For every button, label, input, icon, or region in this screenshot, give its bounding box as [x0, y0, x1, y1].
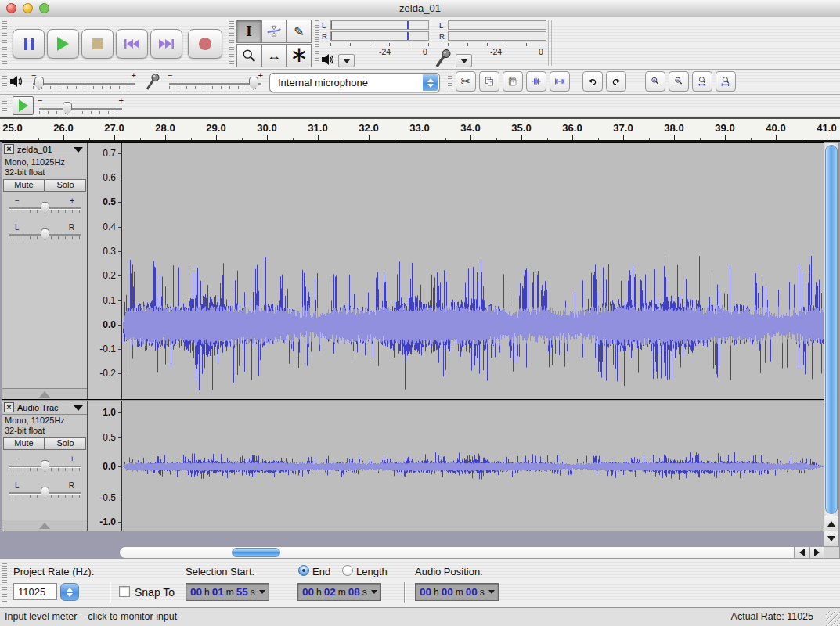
gain-slider[interactable]: − + — [9, 200, 81, 220]
scroll-up-button[interactable] — [824, 516, 838, 531]
playback-meter-dropdown[interactable] — [338, 54, 355, 67]
pan-slider[interactable]: L R — [9, 226, 81, 246]
silence-icon — [555, 75, 564, 88]
selection-start-field[interactable]: 00h01m55s — [186, 583, 269, 601]
vertical-ruler-label: -1.0 — [99, 516, 116, 527]
vertical-scrollbar[interactable] — [824, 142, 839, 545]
vertical-ruler-label: -0.5 — [99, 492, 116, 503]
recording-meter-dropdown[interactable] — [456, 54, 472, 67]
horizontal-scrollbar[interactable] — [119, 546, 795, 559]
timeline-ruler[interactable]: 25.026.027.028.029.030.031.032.033.034.0… — [0, 119, 840, 142]
length-radio[interactable] — [342, 565, 353, 576]
vertical-ruler-label: 0.1 — [103, 295, 116, 306]
rewind-icon — [124, 38, 139, 49]
fit-selection-button[interactable] — [692, 71, 712, 92]
audio-position-field[interactable]: 00h00m00s — [415, 583, 499, 601]
trim-outside-selection-button[interactable] — [526, 71, 546, 92]
cut-button[interactable]: ✂ — [456, 71, 476, 92]
vertical-ruler[interactable]: 0.70.60.50.40.30.20.10.0-0.1-0.2 — [88, 143, 122, 399]
selection-end-field[interactable]: 00h02m08s — [297, 583, 381, 601]
stop-button[interactable] — [81, 29, 114, 59]
zoom-in-button[interactable] — [645, 71, 665, 92]
track-close-button[interactable]: × — [4, 144, 14, 154]
window-titlebar: zelda_01 — [0, 0, 840, 18]
copy-button[interactable] — [479, 71, 499, 92]
resize-grip[interactable] — [826, 611, 840, 626]
recording-meter-left-label: L — [439, 21, 443, 30]
track-menu-arrow-icon[interactable] — [74, 147, 83, 153]
play-button[interactable] — [47, 29, 79, 59]
input-source-stepper[interactable] — [423, 74, 438, 91]
input-volume-slider[interactable]: − + — [169, 76, 261, 92]
vertical-ruler-label: 0.0 — [103, 461, 116, 472]
gain-minus: − — [15, 455, 20, 463]
recording-meter[interactable]: L R -24 0 — [432, 19, 550, 69]
selection-tool-button[interactable]: I — [236, 20, 261, 43]
zoom-tool-button[interactable] — [236, 44, 261, 67]
waveform-canvas[interactable] — [122, 143, 824, 399]
mute-button[interactable]: Mute — [3, 437, 45, 450]
track-collapse-button[interactable] — [2, 388, 87, 399]
speaker-icon — [321, 53, 335, 66]
input-mic-icon — [144, 73, 161, 92]
track-menu-arrow-icon[interactable] — [74, 405, 83, 411]
playback-volume-slider[interactable]: − + — [33, 76, 135, 92]
solo-button[interactable]: Solo — [45, 437, 86, 450]
track-zelda01[interactable]: × zelda_01 Mono, 11025Hz 32-bit float Mu… — [2, 142, 824, 400]
project-rate-field[interactable]: 11025 — [13, 583, 57, 600]
track-audio-track[interactable]: × Audio Trac Mono, 11025Hz 32-bit float … — [2, 401, 824, 531]
track-title[interactable]: zelda_01 — [17, 145, 52, 154]
gain-slider[interactable]: − + — [9, 458, 81, 478]
mixer-toolbar-grip[interactable] — [2, 74, 7, 90]
mute-button[interactable]: Mute — [3, 179, 45, 192]
forward-button[interactable] — [150, 29, 182, 59]
track-collapse-button[interactable] — [2, 520, 87, 531]
track-close-button[interactable]: × — [4, 402, 14, 412]
pan-slider[interactable]: L R — [9, 484, 81, 505]
track-title[interactable]: Audio Trac — [17, 403, 59, 412]
undo-icon — [588, 75, 597, 88]
audio-position-label: Audio Position: — [415, 566, 483, 577]
playback-speed-slider[interactable]: − + — [39, 101, 122, 117]
undo-button[interactable] — [582, 71, 603, 92]
status-bar: Input level meter – click to monitor inp… — [0, 607, 840, 626]
envelope-tool-button[interactable] — [261, 20, 287, 43]
end-radio[interactable] — [298, 565, 309, 576]
meter-toolbar-grip[interactable] — [315, 20, 319, 63]
input-source-select[interactable]: Internal microphone — [269, 73, 440, 92]
zoom-out-button[interactable] — [669, 71, 689, 92]
scroll-left-button[interactable] — [795, 546, 809, 559]
record-button[interactable] — [188, 29, 222, 59]
paste-icon — [508, 74, 517, 88]
scroll-right-button[interactable] — [809, 546, 824, 559]
vertical-scrollbar-thumb[interactable] — [825, 145, 838, 514]
scroll-down-button[interactable] — [824, 531, 838, 546]
playback-meter[interactable]: L R -24 0 — [315, 19, 432, 69]
rewind-button[interactable] — [116, 29, 148, 59]
timeshift-tool-button[interactable]: ↔ — [261, 44, 287, 67]
selection-toolbar-grip[interactable] — [2, 563, 7, 603]
vertical-ruler[interactable]: 1.00.50.0-0.5-1.0 — [88, 401, 122, 531]
multi-tool-button[interactable]: ∗ — [287, 44, 312, 67]
recording-meter-right-bar — [448, 31, 546, 41]
play-at-speed-button[interactable] — [13, 96, 34, 115]
fit-project-button[interactable] — [716, 71, 736, 92]
playback-volume-plus: + — [132, 70, 136, 80]
paste-button[interactable] — [503, 71, 523, 92]
horizontal-scrollbar-thumb[interactable] — [232, 548, 280, 557]
project-rate-stepper[interactable] — [60, 583, 79, 601]
pan-right-label: R — [69, 481, 74, 490]
pause-button[interactable] — [13, 29, 45, 59]
transport-toolbar-grip[interactable] — [2, 21, 7, 65]
envelope-icon — [267, 23, 281, 40]
silence-selection-button[interactable] — [550, 71, 570, 92]
edit-toolbar-grip[interactable] — [448, 74, 452, 90]
waveform-canvas[interactable] — [122, 401, 824, 531]
transcription-toolbar-grip[interactable] — [2, 99, 7, 113]
redo-button[interactable] — [606, 71, 626, 92]
solo-button[interactable]: Solo — [45, 179, 86, 192]
draw-tool-button[interactable]: ✎ — [287, 20, 312, 43]
snap-to-checkbox[interactable] — [119, 586, 130, 597]
tools-toolbar-grip[interactable] — [229, 21, 234, 65]
recording-meter-minus24: -24 — [490, 47, 502, 56]
